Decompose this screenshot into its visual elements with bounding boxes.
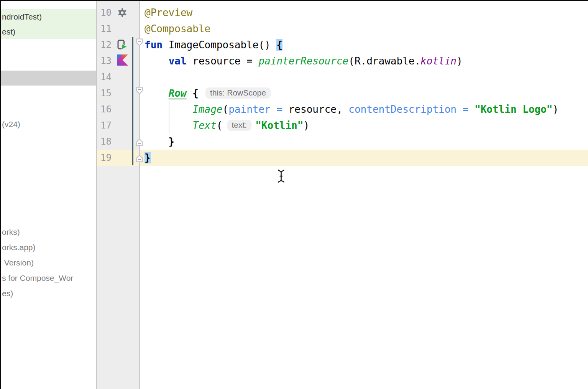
code-token: val — [169, 55, 193, 67]
tree-item[interactable]: orks.app) — [1, 240, 96, 255]
code-line-17[interactable]: Text(text:"Kotlin") — [140, 117, 309, 134]
code-token: "Kotlin Logo" — [475, 104, 553, 115]
tree-item[interactable]: (v24) — [1, 117, 96, 132]
code-token: resource = — [192, 55, 258, 67]
ide-window: { "app": "code-editor", "colors": { "ann… — [0, 0, 588, 389]
run-preview-icon[interactable] — [117, 40, 128, 53]
tree-item[interactable]: ndroidTest) — [1, 9, 96, 24]
line-number: 18 — [97, 134, 112, 150]
code-token — [145, 87, 169, 99]
inlay-hint: text: — [227, 120, 252, 131]
code-line-14[interactable] — [140, 69, 145, 85]
code-line-13[interactable]: val resource = painterResource(R.drawabl… — [140, 53, 463, 69]
line-number: 10 — [97, 5, 112, 21]
line-number: 13 — [97, 53, 112, 69]
line-number: 11 — [97, 21, 112, 37]
project-tree-panel: ndroidTest)est)(v24)orks)orks.app) Versi… — [1, 1, 96, 389]
code-line-10[interactable]: @Preview — [140, 5, 192, 21]
code-token: ( — [217, 120, 223, 131]
line-number: 16 — [97, 101, 112, 117]
tree-item[interactable]: s for Compose_Wor — [1, 270, 96, 286]
code-token: ) — [303, 120, 309, 131]
gear-icon[interactable] — [117, 8, 127, 19]
code-line-16[interactable]: Image(painter = resource, contentDescrip… — [140, 101, 558, 117]
tree-item[interactable]: es) — [1, 286, 96, 301]
code-token: painterResource — [258, 55, 348, 67]
code-token: ) — [457, 55, 463, 67]
inlay-hint: this: RowScope — [205, 87, 271, 99]
code-token: (R.drawable. — [348, 55, 420, 67]
code-token — [187, 87, 193, 99]
ibeam-mouse-cursor — [277, 168, 286, 185]
line-number: 15 — [97, 85, 112, 101]
vcs-changed-lines-bar[interactable] — [132, 37, 133, 165]
code-token: resource, — [289, 104, 349, 115]
code-token: Text — [192, 120, 217, 131]
fold-start-marker[interactable] — [135, 86, 144, 96]
code-line-18[interactable]: } — [140, 134, 174, 150]
line-number: 19 — [97, 150, 112, 166]
code-line-11[interactable]: @Composable — [140, 21, 210, 37]
tree-item[interactable] — [1, 71, 96, 86]
code-token: painter = — [228, 104, 289, 115]
gutter-editor-separator — [139, 1, 140, 389]
caret-line-highlight — [97, 150, 588, 166]
code-token: Image — [192, 104, 222, 115]
code-token: kotlin — [420, 55, 457, 67]
code-token: ) — [553, 104, 559, 115]
panel-splitter[interactable] — [96, 1, 97, 389]
code-token: Row — [169, 87, 187, 99]
code-token: { — [192, 87, 199, 99]
code-token: "Kotlin" — [255, 120, 303, 131]
code-token — [145, 104, 192, 115]
fold-end-marker[interactable] — [135, 153, 144, 163]
code-token: } — [145, 136, 174, 147]
code-token: ImageComposable() — [169, 39, 277, 51]
code-token: { — [276, 39, 283, 51]
code-token: @Composable — [145, 23, 210, 35]
line-number: 14 — [97, 69, 112, 85]
code-line-12[interactable]: fun ImageComposable() { — [140, 37, 283, 53]
fold-end-marker[interactable] — [135, 137, 144, 147]
code-line-15[interactable]: Row {this: RowScope — [140, 85, 271, 101]
code-token: } — [145, 152, 151, 163]
code-token: fun — [145, 39, 169, 51]
code-token — [145, 120, 192, 131]
line-number: 12 — [97, 37, 112, 53]
tree-item[interactable]: Version) — [1, 255, 96, 270]
fold-start-marker[interactable] — [135, 38, 144, 48]
code-token: ( — [223, 104, 229, 115]
code-token: contentDescription = — [348, 104, 475, 115]
code-token: @Preview — [145, 7, 192, 18]
tree-item[interactable]: est) — [1, 24, 96, 39]
line-number: 17 — [97, 117, 112, 134]
code-token — [145, 55, 169, 67]
kotlin-logo-icon[interactable] — [117, 54, 128, 68]
tree-item[interactable]: orks) — [1, 224, 96, 240]
